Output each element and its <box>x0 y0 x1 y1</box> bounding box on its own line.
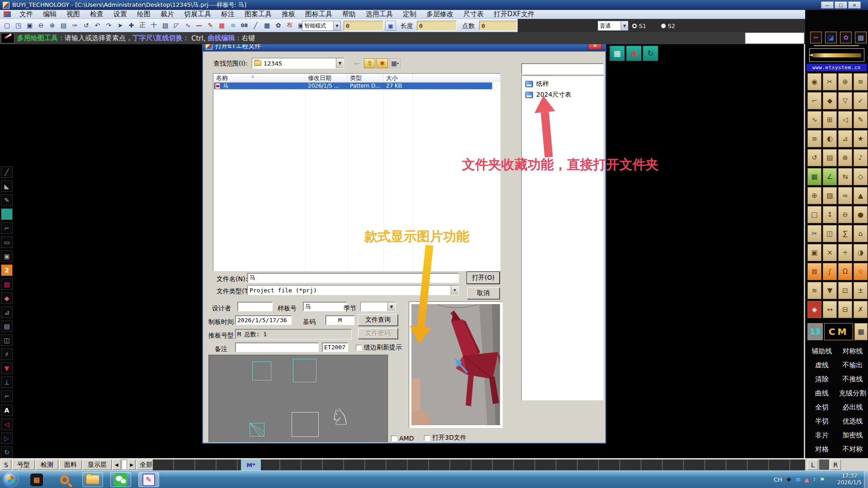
menu-item[interactable]: 图标工具 <box>300 10 337 19</box>
angle-input[interactable] <box>344 21 383 31</box>
remark-input[interactable] <box>235 343 319 352</box>
tool-grid-icon[interactable]: ◆ <box>823 92 837 109</box>
open-button[interactable]: 打开(O) <box>467 272 500 284</box>
taskbar-calculator[interactable]: ▦ <box>29 473 44 487</box>
panel-top-icon[interactable]: ◪ <box>825 32 837 43</box>
toolbar-icon[interactable]: ▦ <box>217 20 227 30</box>
tool-grid-icon[interactable]: ∑ <box>838 225 852 242</box>
taskbar-clock[interactable]: 17:37 2026/1/5 <box>837 473 862 486</box>
toolbar-icon[interactable]: 十 <box>149 20 159 30</box>
option-right[interactable]: 必出线 <box>837 400 868 414</box>
close-button[interactable]: ✕ <box>848 1 861 9</box>
tool-grid-icon[interactable]: ▨ <box>823 187 837 204</box>
menu-item[interactable]: 检查 <box>85 10 108 19</box>
status-tab[interactable]: 显示层 <box>83 460 112 470</box>
grade-combobox[interactable]: 普通 ▼ <box>598 21 628 31</box>
toolbar-icon[interactable]: ↺ <box>81 20 91 30</box>
left-tool-icon[interactable]: ■ <box>1 208 13 220</box>
toolbar-icon[interactable]: ➤ <box>115 20 125 30</box>
tool-grid-icon[interactable]: × <box>823 244 837 261</box>
mdi-document-icon[interactable] <box>4 11 11 17</box>
canvas-tool-button[interactable]: ▦ <box>609 46 625 61</box>
toolbar-icon[interactable]: ◸ <box>171 20 182 30</box>
menu-item[interactable]: 帮助 <box>337 10 361 19</box>
left-tool-icon[interactable]: ⌐ <box>1 222 13 234</box>
canvas-tool-button[interactable]: ↻ <box>643 46 658 61</box>
calculator-icon[interactable]: ▦ <box>854 323 868 340</box>
tool-grid-icon[interactable]: ⊟ <box>838 301 852 318</box>
tool-grid-icon[interactable]: ▣ <box>807 244 821 261</box>
tool-grid-icon[interactable]: ≡ <box>807 130 821 147</box>
tool-grid-icon[interactable]: ◁ <box>838 111 852 128</box>
file-row-selected[interactable]: 马 2026/1/5 ... Pattern D... 27 KB <box>214 82 492 89</box>
toolbar-icon[interactable]: ✎ <box>205 20 216 30</box>
menu-item[interactable]: 多层修改 <box>421 10 458 19</box>
taskbar-search[interactable] <box>57 473 72 487</box>
menu-item[interactable]: 裁片 <box>156 10 179 19</box>
active-size-cell[interactable]: M* <box>241 460 261 470</box>
toolbar-icon[interactable]: ↶ <box>92 20 103 30</box>
menu-item[interactable]: 定制 <box>398 10 421 19</box>
toolbar-icon[interactable]: ⊕ <box>47 20 57 30</box>
quick-input-box[interactable] <box>745 33 804 44</box>
tool-grid-icon[interactable]: ◇ <box>854 168 868 185</box>
option-right[interactable]: 不输出 <box>837 358 868 372</box>
tool-grid-icon[interactable]: ↕ <box>823 206 837 223</box>
toolbar-icon[interactable]: ✿ <box>273 20 283 30</box>
tool-grid-icon[interactable]: ⊿ <box>838 130 852 147</box>
option-left[interactable]: 辅助线 <box>807 344 837 358</box>
tool-grid-icon[interactable]: ↔ <box>823 301 837 318</box>
toolbar-icon[interactable]: ▣ <box>24 20 35 30</box>
left-tool-icon[interactable]: ▣ <box>1 250 13 262</box>
tool-grid-icon[interactable]: ▤ <box>823 149 837 166</box>
option-right[interactable]: 加密线 <box>837 428 868 442</box>
favorite-filter-input[interactable] <box>521 63 604 74</box>
left-tool-icon[interactable]: ◣ <box>1 180 13 192</box>
radio-on-icon[interactable] <box>632 23 637 28</box>
restore-button[interactable]: □ <box>835 1 847 9</box>
left-tool-icon[interactable]: 2 <box>1 264 13 276</box>
option-left[interactable]: 非片 <box>807 428 837 442</box>
taskbar-explorer[interactable] <box>82 472 103 487</box>
toolbar-icon[interactable]: — <box>194 20 204 30</box>
tool-grid-icon[interactable]: ◫ <box>823 225 837 242</box>
canvas-tool-button[interactable]: a <box>626 46 642 61</box>
tool-grid-icon[interactable]: ◈ <box>807 301 821 318</box>
language-indicator[interactable]: CH <box>774 476 782 483</box>
left-tool-icon[interactable]: ▭ <box>1 236 13 248</box>
option-left[interactable]: 清除 <box>807 372 837 386</box>
points-input[interactable] <box>479 21 517 31</box>
toolbar-icon[interactable]: ✚ <box>126 20 137 30</box>
toolbar-icon[interactable]: ≋ <box>228 20 238 30</box>
tool-grid-icon[interactable]: ÷ <box>838 244 852 261</box>
lock-length-icon[interactable]: ▣ <box>385 21 396 31</box>
toolbar-icon[interactable]: ▤ <box>58 20 69 30</box>
new-folder-icon[interactable]: ✱ <box>377 58 388 68</box>
chevron-down-icon[interactable]: ▼ <box>336 58 344 68</box>
show-desktop-button[interactable] <box>864 471 868 488</box>
menu-item[interactable]: 尺寸表 <box>458 10 489 19</box>
view-menu-icon[interactable]: ▦▾ <box>389 58 401 68</box>
menu-item[interactable]: 标注 <box>216 10 240 19</box>
left-tool-icon[interactable]: ▷ <box>1 432 13 444</box>
minimize-button[interactable]: — <box>821 1 834 9</box>
tray-icon[interactable]: ⚑ <box>820 476 825 483</box>
left-button[interactable]: L <box>807 460 818 470</box>
tool-grid-icon[interactable]: ≋ <box>854 73 868 90</box>
toolbar-icon[interactable]: 正 <box>137 20 148 30</box>
tool-grid-icon[interactable]: Ω <box>838 263 852 280</box>
left-tool-icon[interactable]: ♯ <box>1 348 13 360</box>
chevron-down-icon[interactable]: ▼ <box>333 21 340 30</box>
tool-grid-icon[interactable]: ↺ <box>807 149 821 166</box>
tool-grid-icon[interactable]: ⊗ <box>838 149 852 166</box>
designer-input[interactable] <box>237 302 273 311</box>
panel-top-icon[interactable]: ✏ <box>810 32 822 43</box>
tool-grid-icon[interactable]: ✎ <box>854 111 868 128</box>
left-tool-icon[interactable]: ⌐ <box>1 390 13 402</box>
panel-top-icon[interactable]: ▤ <box>855 32 867 43</box>
amd-checkbox[interactable]: AMD <box>391 435 414 442</box>
column-header-type[interactable]: 类型 <box>347 74 383 81</box>
menu-item[interactable]: 切展工具 <box>179 10 216 19</box>
option-right[interactable]: 对称线 <box>837 344 868 358</box>
status-tab[interactable]: 号型 <box>12 460 35 470</box>
